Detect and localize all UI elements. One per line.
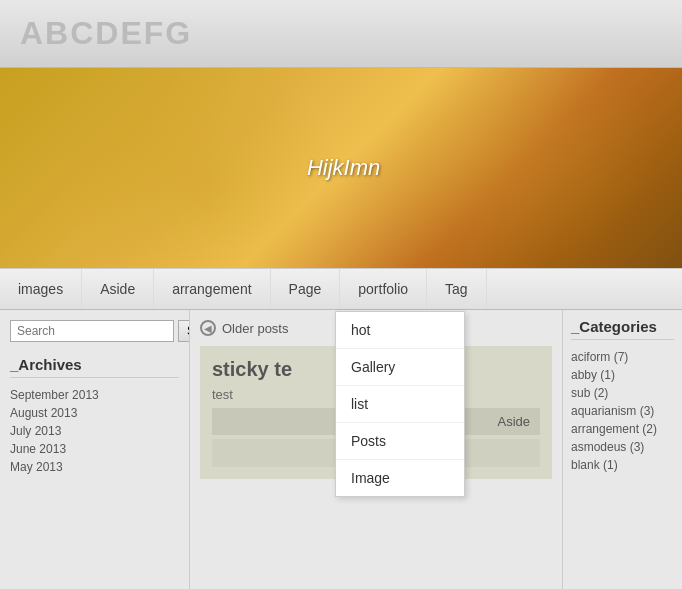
category-sub[interactable]: sub (2) xyxy=(571,384,674,402)
category-asmodeus[interactable]: asmodeus (3) xyxy=(571,438,674,456)
dropdown-item-image[interactable]: Image xyxy=(336,460,464,496)
category-aquarianism[interactable]: aquarianism (3) xyxy=(571,402,674,420)
archive-item-jun2013[interactable]: June 2013 xyxy=(10,440,179,458)
search-button[interactable]: Search xyxy=(178,320,190,342)
category-blank[interactable]: blank (1) xyxy=(571,456,674,474)
dropdown-item-hot[interactable]: hot xyxy=(336,312,464,349)
category-aciform[interactable]: aciform (7) xyxy=(571,348,674,366)
category-abby[interactable]: abby (1) xyxy=(571,366,674,384)
dropdown-menu: hot Gallery list Posts Image xyxy=(335,311,465,497)
nav-item-arrangement[interactable]: arrangement xyxy=(154,269,270,309)
older-posts-icon: ◀ xyxy=(200,320,216,336)
search-input[interactable] xyxy=(10,320,174,342)
dropdown-item-posts[interactable]: Posts xyxy=(336,423,464,460)
hero-text: HijkImn xyxy=(307,155,380,181)
search-row: Search xyxy=(10,320,179,342)
site-header: ABCDEFG xyxy=(0,0,682,68)
dropdown-item-gallery[interactable]: Gallery xyxy=(336,349,464,386)
navbar: images Aside arrangement Page portfolio … xyxy=(0,268,682,310)
archive-item-sep2013[interactable]: September 2013 xyxy=(10,386,179,404)
left-sidebar: Search _Archives September 2013 August 2… xyxy=(0,310,190,589)
right-sidebar: _Categories aciform (7) abby (1) sub (2)… xyxy=(562,310,682,589)
older-posts-link[interactable]: Older posts xyxy=(222,321,288,336)
nav-item-page[interactable]: Page xyxy=(271,269,341,309)
categories-title: _Categories xyxy=(571,318,674,340)
dropdown-item-list[interactable]: list xyxy=(336,386,464,423)
nav-item-images[interactable]: images xyxy=(0,269,82,309)
nav-item-tag[interactable]: Tag xyxy=(427,269,487,309)
hero-image: HijkImn xyxy=(0,68,682,268)
nav-item-portfolio[interactable]: portfolio xyxy=(340,269,427,309)
archives-title: _Archives xyxy=(10,356,179,378)
site-title: ABCDEFG xyxy=(20,15,662,52)
archive-item-jul2013[interactable]: July 2013 xyxy=(10,422,179,440)
archive-item-aug2013[interactable]: August 2013 xyxy=(10,404,179,422)
nav-item-aside[interactable]: Aside xyxy=(82,269,154,309)
category-arrangement[interactable]: arrangement (2) xyxy=(571,420,674,438)
archive-item-may2013[interactable]: May 2013 xyxy=(10,458,179,476)
